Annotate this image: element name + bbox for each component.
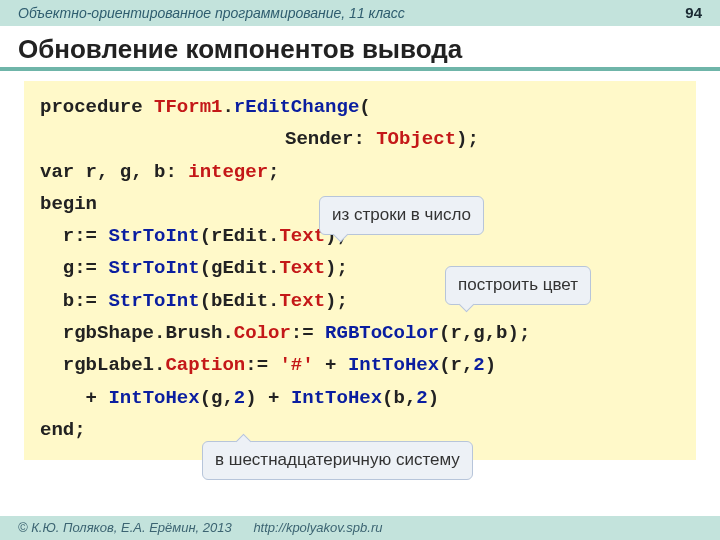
t: StrToInt (108, 290, 199, 312)
t: rgbShape.Brush. (40, 322, 234, 344)
t: + (314, 354, 348, 376)
course-title: Объектно-ориентированное программировани… (18, 0, 405, 26)
t: rgbLabel. (40, 354, 165, 376)
t: := (291, 322, 325, 344)
t: b:= (40, 290, 108, 312)
t: ( (359, 96, 370, 118)
t: TForm1 (154, 96, 222, 118)
t: ); (325, 290, 348, 312)
page-number: 94 (685, 0, 702, 26)
t: StrToInt (108, 225, 199, 247)
t: procedure (40, 96, 154, 118)
header-band: Объектно-ориентированное программировани… (0, 0, 720, 26)
t: 2 (234, 387, 245, 409)
t: StrToInt (108, 257, 199, 279)
t: '#' (279, 354, 313, 376)
footer-band: © К.Ю. Поляков, Е.А. Ерёмин, 2013 http:/… (0, 516, 720, 540)
t: integer (188, 161, 268, 183)
t: (gEdit. (200, 257, 280, 279)
callout-build-color: построить цвет (445, 266, 591, 305)
t: Caption (165, 354, 245, 376)
callout-to-hex: в шестнадцатеричную систему (202, 441, 473, 480)
t: (g, (200, 387, 234, 409)
t: Text (279, 257, 325, 279)
t: IntToHex (108, 387, 199, 409)
footer-link[interactable]: http://kpolyakov.spb.ru (253, 520, 382, 535)
code-line: rgbLabel.Caption:= '#' + IntToHex(r,2) (40, 349, 680, 381)
page-title: Обновление компонентов вывода (18, 34, 702, 65)
t: ) + (245, 387, 291, 409)
t: ) (428, 387, 439, 409)
t: + (40, 387, 108, 409)
footer-copy: © К.Ю. Поляков, Е.А. Ерёмин, 2013 (18, 520, 232, 535)
t: . (222, 96, 233, 118)
callout-str-to-int: из строки в число (319, 196, 484, 235)
t: Color (234, 322, 291, 344)
code-line: + IntToHex(g,2) + IntToHex(b,2) (40, 382, 680, 414)
t: Text (279, 290, 325, 312)
t: (r, (439, 354, 473, 376)
t: (r,g,b); (439, 322, 530, 344)
t: (rEdit. (200, 225, 280, 247)
code-block: procedure TForm1.rEditChange( Sender: TO… (24, 81, 696, 460)
t: ); (456, 128, 479, 150)
t: ) (485, 354, 496, 376)
code-line: var r, g, b: integer; (40, 156, 680, 188)
t: Sender: (285, 128, 376, 150)
t: rEditChange (234, 96, 359, 118)
t: end; (40, 419, 86, 441)
t: 2 (473, 354, 484, 376)
t: r:= (40, 225, 108, 247)
code-line: procedure TForm1.rEditChange( (40, 91, 680, 123)
t: begin (40, 193, 97, 215)
t: ); (325, 257, 348, 279)
t: (bEdit. (200, 290, 280, 312)
t: ; (268, 161, 279, 183)
title-divider (0, 67, 720, 71)
t: RGBToColor (325, 322, 439, 344)
code-line: Sender: TObject); (40, 123, 680, 155)
code-line: rgbShape.Brush.Color:= RGBToColor(r,g,b)… (40, 317, 680, 349)
t: g:= (40, 257, 108, 279)
t: TObject (376, 128, 456, 150)
t: := (245, 354, 279, 376)
t: (b, (382, 387, 416, 409)
t: IntToHex (348, 354, 439, 376)
t: 2 (416, 387, 427, 409)
t: IntToHex (291, 387, 382, 409)
t: var r, g, b: (40, 161, 188, 183)
